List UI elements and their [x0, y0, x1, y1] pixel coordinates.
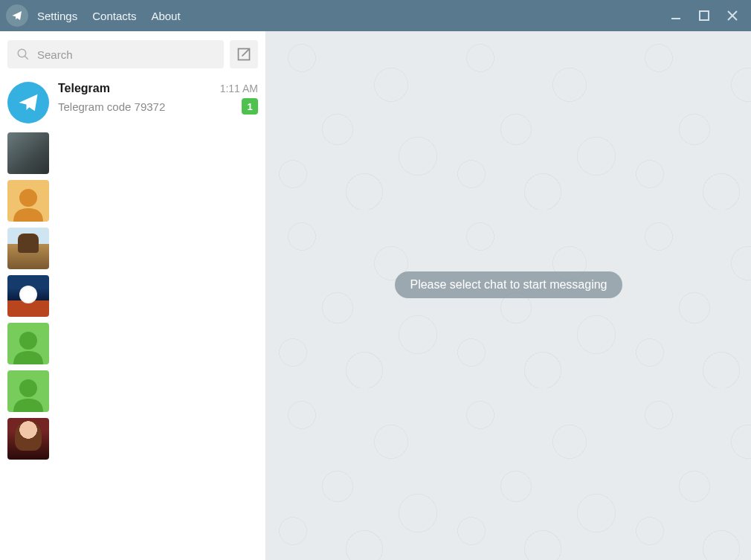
main-container: Telegram 1:11 AM Telegram code 79372 1 [0, 31, 751, 560]
chat-item[interactable] [0, 367, 265, 415]
unread-badge: 1 [242, 98, 258, 115]
menu-settings[interactable]: Settings [37, 10, 77, 22]
svg-line-7 [242, 49, 249, 56]
avatar [7, 370, 49, 412]
window-controls [669, 9, 745, 22]
chat-time: 1:11 AM [220, 83, 258, 94]
svg-point-4 [18, 49, 26, 57]
menu-bar: Settings Contacts About [37, 10, 181, 22]
maximize-button[interactable] [697, 9, 711, 22]
sidebar: Telegram 1:11 AM Telegram code 79372 1 [0, 31, 266, 560]
close-button[interactable] [726, 9, 739, 22]
search-box[interactable] [7, 40, 224, 68]
app-logo [6, 4, 28, 27]
search-input[interactable] [37, 48, 215, 61]
person-icon [7, 376, 49, 412]
svg-point-10 [19, 379, 37, 397]
paper-plane-icon [11, 10, 23, 22]
chat-list[interactable]: Telegram 1:11 AM Telegram code 79372 1 [0, 76, 265, 560]
avatar [7, 82, 49, 123]
chat-content: Telegram 1:11 AM Telegram code 79372 1 [58, 82, 258, 115]
avatar [7, 132, 49, 174]
avatar [7, 275, 49, 317]
chat-item-telegram[interactable]: Telegram 1:11 AM Telegram code 79372 1 [0, 76, 265, 129]
compose-icon [236, 47, 251, 62]
person-icon [7, 329, 49, 364]
svg-rect-1 [700, 11, 709, 20]
chat-name: Telegram [58, 82, 110, 95]
minimize-button[interactable] [669, 9, 683, 22]
svg-line-5 [25, 56, 28, 59]
svg-point-9 [19, 332, 37, 350]
search-icon [16, 48, 30, 61]
chat-item[interactable] [0, 225, 265, 272]
content-area: Please select chat to start messaging [266, 31, 751, 560]
avatar [7, 180, 49, 222]
chat-item[interactable] [0, 320, 265, 367]
maximize-icon [699, 10, 709, 21]
titlebar: Settings Contacts About [0, 0, 751, 31]
menu-about[interactable]: About [151, 10, 180, 22]
avatar [7, 323, 49, 364]
search-row [0, 31, 265, 76]
chat-item[interactable] [0, 415, 265, 463]
paper-plane-icon [17, 91, 39, 114]
minimize-icon [671, 10, 681, 21]
chat-item[interactable] [0, 272, 265, 320]
avatar [7, 418, 49, 460]
menu-contacts[interactable]: Contacts [92, 10, 136, 22]
person-icon [7, 186, 49, 222]
compose-button[interactable] [230, 40, 258, 68]
chat-item[interactable] [0, 129, 265, 177]
chat-preview: Telegram code 79372 [58, 100, 165, 113]
chat-item[interactable] [0, 177, 265, 225]
avatar [7, 228, 49, 269]
empty-state-message: Please select chat to start messaging [395, 271, 622, 298]
close-icon [727, 10, 738, 21]
svg-point-8 [19, 189, 37, 207]
